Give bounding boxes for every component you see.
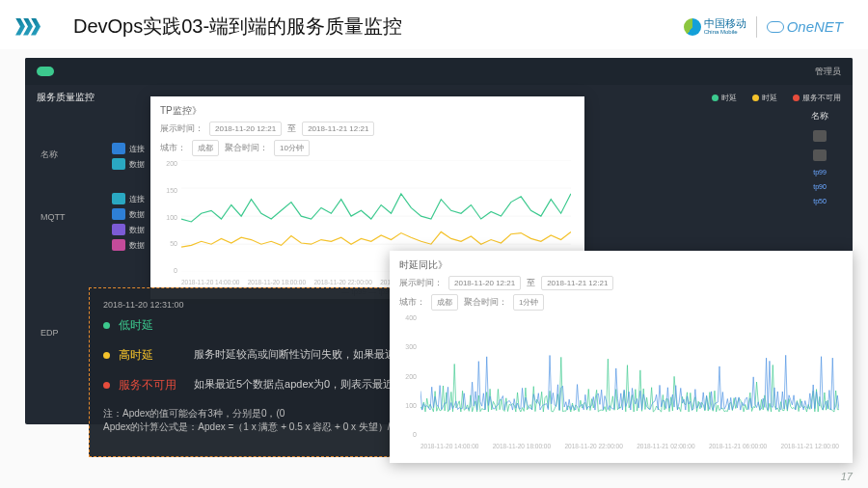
date-from-input[interactable]: 2018-11-20 12:21 [448, 276, 521, 290]
y-axis: 200150100500 [160, 160, 177, 274]
dashboard-topbar: 管理员 [25, 58, 853, 85]
latency-chart-svg [420, 314, 839, 436]
side-item[interactable]: 连接 [112, 143, 145, 154]
breadcrumb[interactable]: 服务质量监控 [37, 91, 95, 104]
china-mobile-sub: China Mobile [704, 29, 746, 35]
china-mobile-logo: 中国移动 China Mobile [684, 18, 746, 36]
to-label: 至 [287, 122, 296, 135]
city-input[interactable]: 成都 [192, 140, 219, 156]
agg-label: 聚合时间： [225, 142, 268, 154]
slide-header: DevOps实践03-端到端的服务质量监控 中国移动 China Mobile … [0, 0, 868, 49]
date-to-input[interactable]: 2018-11-21 12:21 [541, 276, 613, 290]
agg-input[interactable]: 10分钟 [274, 140, 310, 156]
time-label: 展示时间： [160, 122, 203, 135]
agg-label: 聚合时间： [464, 296, 507, 309]
right-col-header: 名称 [811, 110, 828, 122]
dashboard-right-col: 名称 tp99 tp90 tp50 [800, 110, 839, 204]
side-group-1: MQTT [41, 212, 66, 222]
right-link[interactable]: tp99 [813, 169, 827, 176]
status-down: 服务不可用 [793, 93, 841, 103]
home-icon[interactable] [813, 130, 827, 142]
tp-filters: 展示时间： 2018-11-20 12:21 至 2018-11-21 12:2… [160, 122, 575, 136]
logo-divider [756, 16, 757, 38]
status-low: 时延 [712, 93, 737, 103]
china-mobile-icon [684, 18, 701, 36]
onenet-logo: OneNET [767, 18, 843, 35]
date-to-input[interactable]: 2018-11-21 12:21 [302, 122, 374, 136]
city-label: 城市： [160, 142, 186, 154]
cloud-icon [767, 21, 784, 33]
status-legend: 时延 时延 服务不可用 [712, 93, 841, 103]
latency-title: 时延同比》 [399, 258, 843, 272]
y-axis-2: 4003002001000 [399, 314, 417, 438]
onenet-text: OneNET [787, 18, 843, 35]
logo-group: 中国移动 China Mobile OneNET [684, 16, 843, 38]
status-high: 时延 [752, 93, 777, 103]
city-input[interactable]: 成都 [431, 294, 458, 311]
tp-panel-title: TP监控》 [160, 104, 575, 118]
slide-title: DevOps实践03-端到端的服务质量监控 [73, 14, 402, 40]
side-item[interactable]: 数据 [112, 224, 145, 235]
china-mobile-text: 中国移动 [704, 17, 746, 29]
page-number: 17 [841, 471, 853, 482]
admin-label[interactable]: 管理员 [815, 66, 841, 78]
latency-chart: 4003002001000 2018-11-20 14:00:002018-11… [399, 314, 843, 449]
x-axis-2: 2018-11-20 14:00:002018-11-20 18:00:0020… [420, 443, 839, 449]
to-label: 至 [527, 277, 535, 289]
side-items-0: 连接 数据 [112, 143, 145, 170]
side-group-0: 名称 [41, 149, 58, 161]
side-item[interactable]: 数据 [112, 208, 145, 220]
side-item[interactable]: 数据 [112, 158, 145, 170]
side-item[interactable]: 数据 [112, 239, 145, 251]
right-link[interactable]: tp90 [813, 183, 827, 190]
arrows-icon [15, 18, 39, 36]
side-item[interactable]: 连接 [112, 193, 145, 204]
agg-input[interactable]: 1分钟 [513, 294, 544, 311]
app-logo-icon [37, 67, 54, 76]
time-label: 展示时间： [399, 277, 443, 289]
city-label: 城市： [399, 296, 425, 309]
right-link[interactable]: tp50 [813, 198, 827, 204]
side-items-1: 连接 数据 数据 数据 [112, 193, 145, 251]
side-group-2: EDP [41, 328, 59, 338]
date-from-input[interactable]: 2018-11-20 12:21 [209, 122, 282, 136]
list-icon[interactable] [813, 149, 827, 161]
latency-panel: 时延同比》 展示时间： 2018-11-20 12:21 至 2018-11-2… [390, 251, 853, 463]
